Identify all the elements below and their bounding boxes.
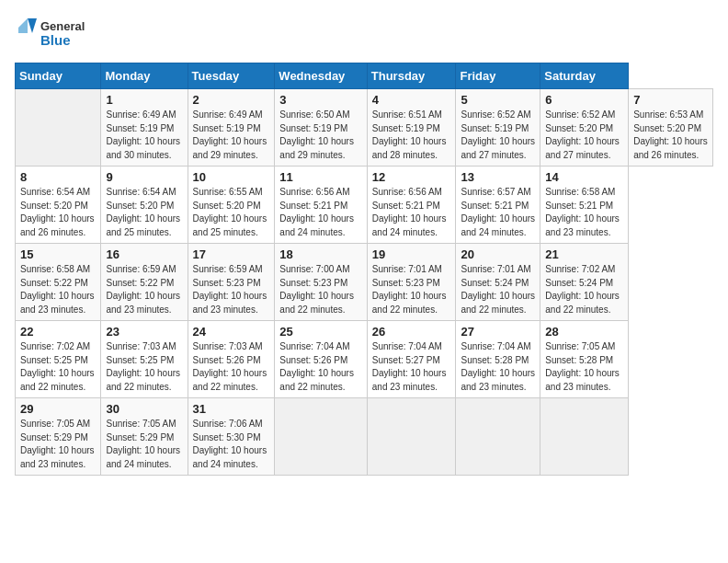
day-number: 31 <box>193 402 270 416</box>
svg-text:Blue: Blue <box>40 32 71 48</box>
day-of-week-header: Sunday <box>16 63 101 89</box>
calendar-day-cell: 22Sunrise: 7:02 AM Sunset: 5:25 PM Dayli… <box>16 321 101 398</box>
calendar-week-row: 15Sunrise: 6:58 AM Sunset: 5:22 PM Dayli… <box>16 244 713 321</box>
calendar-day-cell: 20Sunrise: 7:01 AM Sunset: 5:24 PM Dayli… <box>456 244 540 321</box>
calendar-day-cell: 17Sunrise: 6:59 AM Sunset: 5:23 PM Dayli… <box>188 244 275 321</box>
day-number: 12 <box>372 170 451 184</box>
calendar-week-row: 1Sunrise: 6:49 AM Sunset: 5:19 PM Daylig… <box>16 89 713 167</box>
day-number: 2 <box>193 93 270 107</box>
day-number: 13 <box>461 170 535 184</box>
svg-marker-3 <box>18 18 28 33</box>
day-info: Sunrise: 6:54 AM Sunset: 5:20 PM Dayligh… <box>20 186 96 239</box>
day-info: Sunrise: 7:05 AM Sunset: 5:29 PM Dayligh… <box>106 418 182 471</box>
calendar-table: SundayMondayTuesdayWednesdayThursdayFrid… <box>15 63 713 476</box>
day-info: Sunrise: 7:05 AM Sunset: 5:28 PM Dayligh… <box>545 340 623 394</box>
day-number: 8 <box>20 170 96 184</box>
day-of-week-header: Thursday <box>367 63 456 89</box>
day-number: 16 <box>106 247 182 261</box>
day-info: Sunrise: 7:05 AM Sunset: 5:29 PM Dayligh… <box>20 418 96 471</box>
day-info: Sunrise: 6:56 AM Sunset: 5:21 PM Dayligh… <box>279 186 361 239</box>
day-number: 29 <box>20 402 96 416</box>
calendar-week-row: 29Sunrise: 7:05 AM Sunset: 5:29 PM Dayli… <box>16 398 713 476</box>
day-info: Sunrise: 6:51 AM Sunset: 5:19 PM Dayligh… <box>372 109 451 162</box>
calendar-day-cell <box>367 398 456 476</box>
day-number: 1 <box>106 93 182 107</box>
calendar-day-cell: 25Sunrise: 7:04 AM Sunset: 5:26 PM Dayli… <box>275 321 367 398</box>
page-header: General Blue <box>15 15 713 53</box>
day-info: Sunrise: 7:04 AM Sunset: 5:26 PM Dayligh… <box>279 340 361 394</box>
day-number: 18 <box>279 247 361 261</box>
calendar-day-cell: 31Sunrise: 7:06 AM Sunset: 5:30 PM Dayli… <box>188 398 275 476</box>
day-of-week-header: Tuesday <box>188 63 275 89</box>
calendar-day-cell: 5Sunrise: 6:52 AM Sunset: 5:19 PM Daylig… <box>456 89 540 167</box>
svg-marker-2 <box>28 18 37 33</box>
calendar-week-row: 22Sunrise: 7:02 AM Sunset: 5:25 PM Dayli… <box>16 321 713 398</box>
calendar-day-cell: 2Sunrise: 6:49 AM Sunset: 5:19 PM Daylig… <box>188 89 275 167</box>
day-number: 9 <box>106 170 182 184</box>
calendar-day-cell: 26Sunrise: 7:04 AM Sunset: 5:27 PM Dayli… <box>367 321 456 398</box>
calendar-day-cell <box>275 398 367 476</box>
svg-text:General: General <box>40 19 85 33</box>
day-number: 10 <box>193 170 270 184</box>
day-number: 15 <box>20 247 96 261</box>
calendar-day-cell <box>456 398 540 476</box>
day-number: 5 <box>461 93 535 107</box>
calendar-day-cell: 11Sunrise: 6:56 AM Sunset: 5:21 PM Dayli… <box>275 167 367 244</box>
day-number: 7 <box>633 93 708 107</box>
calendar-day-cell <box>16 89 101 167</box>
logo-svg: General Blue <box>15 15 88 53</box>
day-number: 23 <box>106 325 182 339</box>
calendar-day-cell: 16Sunrise: 6:59 AM Sunset: 5:22 PM Dayli… <box>101 244 188 321</box>
calendar-day-cell: 12Sunrise: 6:56 AM Sunset: 5:21 PM Dayli… <box>367 167 456 244</box>
calendar-day-cell: 18Sunrise: 7:00 AM Sunset: 5:23 PM Dayli… <box>275 244 367 321</box>
day-info: Sunrise: 7:01 AM Sunset: 5:24 PM Dayligh… <box>461 263 535 316</box>
day-number: 20 <box>461 247 535 261</box>
day-of-week-header: Saturday <box>540 63 629 89</box>
calendar-day-cell: 8Sunrise: 6:54 AM Sunset: 5:20 PM Daylig… <box>16 167 101 244</box>
calendar-day-cell: 13Sunrise: 6:57 AM Sunset: 5:21 PM Dayli… <box>456 167 540 244</box>
calendar-day-cell: 14Sunrise: 6:58 AM Sunset: 5:21 PM Dayli… <box>540 167 629 244</box>
day-of-week-header: Friday <box>456 63 540 89</box>
day-info: Sunrise: 6:59 AM Sunset: 5:23 PM Dayligh… <box>193 263 270 316</box>
calendar-week-row: 8Sunrise: 6:54 AM Sunset: 5:20 PM Daylig… <box>16 167 713 244</box>
day-info: Sunrise: 7:04 AM Sunset: 5:28 PM Dayligh… <box>461 340 535 394</box>
calendar-day-cell: 23Sunrise: 7:03 AM Sunset: 5:25 PM Dayli… <box>101 321 188 398</box>
day-number: 19 <box>372 247 451 261</box>
calendar-day-cell: 10Sunrise: 6:55 AM Sunset: 5:20 PM Dayli… <box>188 167 275 244</box>
day-info: Sunrise: 7:01 AM Sunset: 5:23 PM Dayligh… <box>372 263 451 316</box>
calendar-day-cell: 19Sunrise: 7:01 AM Sunset: 5:23 PM Dayli… <box>367 244 456 321</box>
day-info: Sunrise: 7:03 AM Sunset: 5:25 PM Dayligh… <box>106 340 182 394</box>
calendar-day-cell: 1Sunrise: 6:49 AM Sunset: 5:19 PM Daylig… <box>101 89 188 167</box>
day-info: Sunrise: 6:54 AM Sunset: 5:20 PM Dayligh… <box>106 186 182 239</box>
day-info: Sunrise: 6:57 AM Sunset: 5:21 PM Dayligh… <box>461 186 535 239</box>
calendar-day-cell: 6Sunrise: 6:52 AM Sunset: 5:20 PM Daylig… <box>540 89 629 167</box>
day-info: Sunrise: 7:02 AM Sunset: 5:24 PM Dayligh… <box>545 263 623 316</box>
day-info: Sunrise: 6:53 AM Sunset: 5:20 PM Dayligh… <box>633 109 708 162</box>
day-number: 26 <box>372 325 451 339</box>
calendar-day-cell: 4Sunrise: 6:51 AM Sunset: 5:19 PM Daylig… <box>367 89 456 167</box>
day-info: Sunrise: 6:52 AM Sunset: 5:20 PM Dayligh… <box>545 109 623 162</box>
day-info: Sunrise: 6:49 AM Sunset: 5:19 PM Dayligh… <box>193 109 270 162</box>
day-info: Sunrise: 6:58 AM Sunset: 5:21 PM Dayligh… <box>545 186 623 239</box>
calendar-day-cell: 9Sunrise: 6:54 AM Sunset: 5:20 PM Daylig… <box>101 167 188 244</box>
day-number: 30 <box>106 402 182 416</box>
day-number: 14 <box>545 170 623 184</box>
calendar-day-cell: 30Sunrise: 7:05 AM Sunset: 5:29 PM Dayli… <box>101 398 188 476</box>
day-number: 21 <box>545 247 623 261</box>
day-info: Sunrise: 6:59 AM Sunset: 5:22 PM Dayligh… <box>106 263 182 316</box>
calendar-day-cell: 28Sunrise: 7:05 AM Sunset: 5:28 PM Dayli… <box>540 321 629 398</box>
calendar-day-cell: 24Sunrise: 7:03 AM Sunset: 5:26 PM Dayli… <box>188 321 275 398</box>
day-info: Sunrise: 6:50 AM Sunset: 5:19 PM Dayligh… <box>279 109 361 162</box>
day-info: Sunrise: 6:55 AM Sunset: 5:20 PM Dayligh… <box>193 186 270 239</box>
calendar-header-row: SundayMondayTuesdayWednesdayThursdayFrid… <box>16 63 713 89</box>
calendar-day-cell: 27Sunrise: 7:04 AM Sunset: 5:28 PM Dayli… <box>456 321 540 398</box>
calendar-day-cell: 15Sunrise: 6:58 AM Sunset: 5:22 PM Dayli… <box>16 244 101 321</box>
day-number: 17 <box>193 247 270 261</box>
calendar-day-cell: 21Sunrise: 7:02 AM Sunset: 5:24 PM Dayli… <box>540 244 629 321</box>
day-info: Sunrise: 7:04 AM Sunset: 5:27 PM Dayligh… <box>372 340 451 394</box>
day-number: 24 <box>193 325 270 339</box>
day-number: 6 <box>545 93 623 107</box>
day-number: 4 <box>372 93 451 107</box>
day-number: 27 <box>461 325 535 339</box>
day-number: 22 <box>20 325 96 339</box>
